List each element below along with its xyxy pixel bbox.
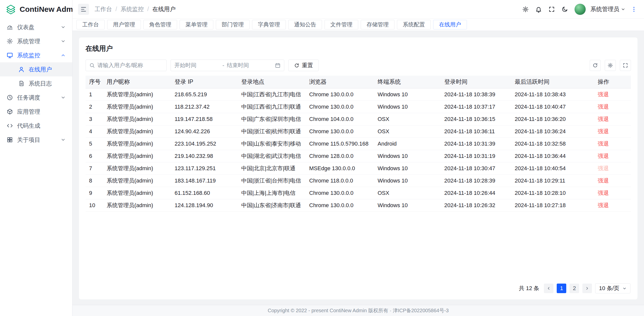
user-icon (18, 66, 25, 73)
cell-action: 强退 (594, 162, 631, 174)
sidebar-item-label: 代码生成 (17, 122, 40, 130)
force-logout-link[interactable]: 强退 (598, 116, 609, 122)
cell-location: 中国|湖北省|武汉市|电信 (238, 150, 306, 162)
force-logout-link[interactable]: 强退 (598, 190, 609, 196)
page-button-2[interactable]: 2 (570, 284, 579, 293)
chevron-down-icon (61, 95, 66, 100)
sidebar-item-label: 在线用户 (29, 66, 52, 73)
footer: Copyright © 2022 - present ContiNew Admi… (72, 305, 644, 316)
table-settings-button[interactable] (605, 60, 616, 71)
sidebar-item-system-monitor[interactable]: 系统监控 (0, 48, 72, 62)
date-range-picker[interactable]: - (171, 60, 284, 71)
table-refresh-button[interactable] (590, 60, 601, 71)
reset-button[interactable]: 重置 (288, 60, 319, 71)
date-end-input[interactable] (227, 62, 272, 69)
sidebar-item-system-management[interactable]: 系统管理 (0, 34, 72, 48)
date-start-input[interactable] (174, 62, 220, 69)
force-logout-link[interactable]: 强退 (598, 128, 609, 134)
tab-item[interactable]: 通知公告 (288, 20, 322, 29)
sidebar-item-app-management[interactable]: 应用管理 (0, 105, 72, 119)
fullscreen-button[interactable] (546, 4, 557, 15)
column-header: 终端系统 (374, 76, 441, 88)
cell-browser: Chrome 104.0.0.0 (306, 113, 374, 125)
force-logout-link[interactable]: 强退 (598, 177, 609, 184)
cell-login-time: 2024-11-18 10:36:11 (441, 125, 511, 138)
column-header: 登录 IP (171, 76, 238, 88)
page-size-select[interactable]: 10 条/页 (595, 283, 630, 293)
column-header: 浏览器 (306, 76, 374, 88)
cell-browser: Chrome 115.0.5790.168 (306, 138, 374, 150)
user-menu[interactable]: 系统管理员 (590, 5, 625, 13)
column-header: 登录时间 (441, 76, 511, 88)
cell-last-active: 2024-11-18 10:27:18 (511, 199, 594, 211)
tab-item[interactable]: 角色管理 (143, 20, 177, 29)
force-logout-link[interactable]: 强退 (598, 141, 609, 147)
breadcrumb-item[interactable]: 工作台 (95, 5, 112, 13)
cell-ip: 61.152.168.60 (171, 187, 238, 199)
sidebar-item-system-logs[interactable]: 系统日志 (0, 76, 72, 91)
tab-item[interactable]: 用户管理 (107, 20, 141, 29)
column-header: 登录地点 (238, 76, 306, 88)
force-logout-link[interactable]: 强退 (598, 153, 609, 159)
cell-os: OSX (374, 187, 441, 199)
cell-ip: 118.212.37.42 (171, 101, 238, 113)
user-avatar[interactable] (574, 4, 586, 15)
sidebar-item-dashboard[interactable]: 仪表盘 (0, 20, 72, 34)
tab-item[interactable]: 工作台 (76, 20, 105, 29)
cell-index: 7 (86, 162, 103, 174)
next-page-button[interactable] (582, 284, 592, 293)
cell-action: 强退 (594, 150, 631, 162)
cell-ip: 218.65.5.219 (171, 88, 238, 101)
dark-mode-button[interactable] (559, 4, 570, 15)
refresh-icon (592, 63, 598, 68)
cell-index: 2 (86, 101, 103, 113)
chevron-down-icon (622, 286, 627, 291)
sidebar-item-label: 关于项目 (17, 136, 40, 144)
settings-button[interactable] (520, 4, 531, 15)
chevron-down-icon (61, 39, 66, 44)
logo[interactable]: ContiNew Admin (0, 0, 72, 19)
cell-last-active: 2024-11-18 10:36:44 (511, 150, 594, 162)
tab-item[interactable]: 文件管理 (325, 20, 358, 29)
cell-index: 3 (86, 113, 103, 125)
tab-item[interactable]: 在线用户 (433, 20, 467, 29)
breadcrumb-item[interactable]: 系统监控 (120, 5, 144, 13)
table-row: 10系统管理员(admin)124.128.194.90中国|山东省|济南市|联… (86, 199, 631, 211)
table-row: 3系统管理员(admin)119.147.218.58中国|广东省|深圳市|电信… (86, 113, 631, 125)
table-header-row: 序号用户昵称登录 IP登录地点浏览器终端系统登录时间最后活跃时间操作 (86, 76, 631, 88)
table-fullscreen-button[interactable] (620, 60, 631, 71)
settings-icon (7, 38, 13, 44)
breadcrumb-separator: / (115, 6, 117, 13)
search-icon (89, 63, 95, 68)
sidebar-collapse-button[interactable] (78, 4, 89, 15)
cell-ip: 123.117.129.251 (171, 162, 238, 174)
force-logout-link[interactable]: 强退 (598, 104, 609, 110)
sidebar-item-about-project[interactable]: 关于项目 (0, 133, 72, 147)
cell-location: 中国|浙江省|台州市|电信 (238, 174, 306, 187)
search-input[interactable] (97, 62, 163, 69)
tab-item[interactable]: 字典管理 (252, 20, 286, 29)
pagination: 共 12 条 12 10 条/页 (86, 278, 631, 294)
page-button-1[interactable]: 1 (557, 284, 566, 293)
cell-last-active: 2024-11-18 10:40:54 (511, 162, 594, 174)
open-tabs-bar: 工作台用户管理角色管理菜单管理部门管理字典管理通知公告文件管理存储管理系统配置在… (72, 19, 644, 31)
tab-item[interactable]: 存储管理 (361, 20, 394, 29)
notifications-button[interactable] (533, 4, 544, 15)
sidebar-item-code-generation[interactable]: 代码生成 (0, 119, 72, 133)
tab-item[interactable]: 部门管理 (216, 20, 250, 29)
cell-index: 10 (86, 199, 103, 211)
cell-login-time: 2024-11-18 10:36:15 (441, 113, 511, 125)
cell-browser: Chrome 130.0.0.0 (306, 101, 374, 113)
tab-item[interactable]: 菜单管理 (180, 20, 213, 29)
sidebar-item-online-users[interactable]: 在线用户 (0, 62, 72, 76)
force-logout-link[interactable]: 强退 (598, 202, 609, 208)
breadcrumb-item[interactable]: 在线用户 (152, 5, 176, 13)
more-actions-button[interactable] (629, 4, 638, 15)
cell-nickname: 系统管理员(admin) (103, 174, 171, 187)
cell-ip: 124.128.194.90 (171, 199, 238, 211)
sidebar-item-task-schedule[interactable]: 任务调度 (0, 91, 72, 105)
prev-page-button[interactable] (544, 284, 553, 293)
force-logout-link[interactable]: 强退 (598, 91, 609, 98)
online-users-table: 序号用户昵称登录 IP登录地点浏览器终端系统登录时间最后活跃时间操作 1系统管理… (86, 76, 631, 212)
tab-item[interactable]: 系统配置 (397, 20, 431, 29)
